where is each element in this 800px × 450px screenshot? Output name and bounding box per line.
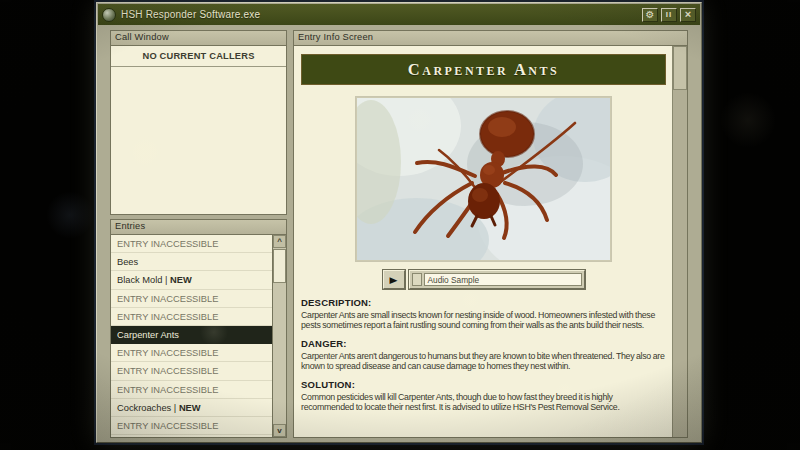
solution-text: Common pesticides will kill Carpenter An… <box>301 392 666 412</box>
solution-heading: SOLUTION: <box>301 379 666 390</box>
audio-slider-handle[interactable] <box>412 273 422 286</box>
app-globe-icon <box>102 8 116 22</box>
entry-item-black-mold[interactable]: Black Mold | NEW <box>111 271 272 289</box>
entry-info-content: Carpenter Ants <box>294 46 671 437</box>
entry-item-inaccessible[interactable]: ENTRY INACCESSIBLE <box>111 308 272 326</box>
entry-title-banner: Carpenter Ants <box>301 54 666 85</box>
pause-button[interactable]: II <box>661 8 677 22</box>
entries-listbox: ENTRY INACCESSIBLE Bees Black Mold | NEW… <box>110 235 287 438</box>
solution-section: SOLUTION: Common pesticides will kill Ca… <box>301 379 666 412</box>
entries-list: ENTRY INACCESSIBLE Bees Black Mold | NEW… <box>111 235 272 437</box>
titlebar: HSH Responder Software.exe ⚙ II × <box>98 4 700 25</box>
entry-item-bees[interactable]: Bees <box>111 253 272 271</box>
window-title: HSH Responder Software.exe <box>121 9 637 20</box>
entry-item-inaccessible[interactable]: ENTRY INACCESSIBLE <box>111 290 272 308</box>
description-text: Carpenter Ants are small insects known f… <box>301 310 666 330</box>
entry-title: Carpenter Ants <box>408 60 559 80</box>
new-badge: NEW <box>179 403 201 413</box>
description-section: DESCRIPTION: Carpenter Ants are small in… <box>301 297 666 330</box>
call-window-panel: Call Window NO CURRENT CALLERS <box>110 30 287 215</box>
entry-item-inaccessible[interactable]: ENTRY INACCESSIBLE <box>111 344 272 362</box>
entry-info-body: Carpenter Ants <box>293 46 688 438</box>
new-badge: NEW <box>170 275 192 285</box>
danger-section: DANGER: Carpenter Ants aren't dangerous … <box>301 338 666 371</box>
entry-item-inaccessible[interactable]: ENTRY INACCESSIBLE <box>111 381 272 399</box>
audio-play-button[interactable]: ▶ <box>383 270 405 289</box>
gear-icon: ⚙ <box>646 10 655 20</box>
entries-header: Entries <box>110 219 287 235</box>
ant-illustration <box>357 98 610 260</box>
danger-text: Carpenter Ants aren't dangerous to human… <box>301 351 666 371</box>
entry-info-scrollbar[interactable] <box>672 46 687 437</box>
no-current-callers-status: NO CURRENT CALLERS <box>111 46 286 67</box>
entry-item-cockroaches[interactable]: Cockroaches | NEW <box>111 399 272 417</box>
description-heading: DESCRIPTION: <box>301 297 666 308</box>
danger-heading: DANGER: <box>301 338 666 349</box>
titlebar-buttons: ⚙ II × <box>642 8 696 22</box>
entry-item-inaccessible[interactable]: ENTRY INACCESSIBLE <box>111 362 272 380</box>
entries-scrollbar-thumb[interactable] <box>273 249 286 283</box>
entry-item-carpenter-ants-selected[interactable]: Carpenter Ants <box>111 326 272 344</box>
entries-panel: Entries ENTRY INACCESSIBLE Bees Black Mo… <box>110 219 287 438</box>
entry-info-panel: Entry Info Screen Carpenter Ants <box>293 30 688 438</box>
screen: HSH Responder Software.exe ⚙ II × Call W… <box>0 0 800 450</box>
close-button[interactable]: × <box>680 8 696 22</box>
audio-player: ▶ Audio Sample <box>383 270 585 289</box>
call-window-header: Call Window <box>110 30 287 46</box>
scroll-down-icon: v <box>277 426 281 435</box>
entries-scrollbar[interactable]: ^ v <box>272 235 286 437</box>
pause-icon: II <box>666 9 672 20</box>
close-icon: × <box>685 9 691 20</box>
audio-sample-label: Audio Sample <box>424 273 582 286</box>
scroll-up-button[interactable]: ^ <box>273 235 286 248</box>
entry-info-header: Entry Info Screen <box>293 30 688 46</box>
settings-button[interactable]: ⚙ <box>642 8 658 22</box>
scroll-up-icon: ^ <box>277 237 282 246</box>
entry-info-scrollbar-thumb[interactable] <box>673 46 687 90</box>
entry-item-inaccessible[interactable]: ENTRY INACCESSIBLE <box>111 235 272 253</box>
hsh-responder-window: HSH Responder Software.exe ⚙ II × Call W… <box>96 2 702 443</box>
entry-item-inaccessible[interactable]: ENTRY INACCESSIBLE <box>111 417 272 435</box>
audio-progress-bar[interactable]: Audio Sample <box>409 270 585 289</box>
carpenter-ant-photo <box>356 97 611 261</box>
call-window-list: NO CURRENT CALLERS <box>110 46 287 215</box>
play-icon: ▶ <box>390 275 398 285</box>
scroll-down-button[interactable]: v <box>273 424 286 437</box>
